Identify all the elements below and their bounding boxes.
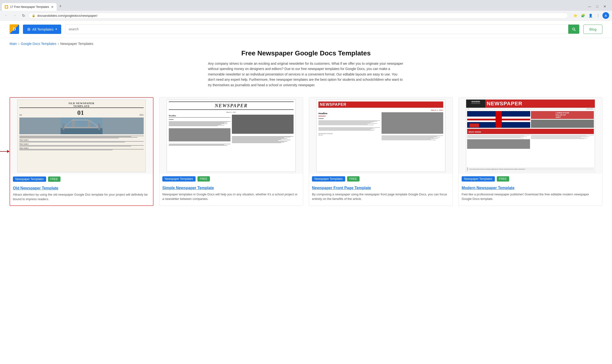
template-tags-simple: Newspaper Templates FREE — [160, 174, 303, 184]
search-bar — [65, 24, 580, 34]
template-card-wrapper-old: OLD NEWSPAPERTEMPLATE Jul 01 2021 — [10, 97, 153, 206]
address-bar: ← → ↻ 🔒 docsandslides.com/googledocs/new… — [0, 11, 612, 20]
bookmark-button[interactable]: ⭐ — [572, 12, 579, 19]
reload-button[interactable]: ↻ — [20, 12, 27, 19]
blog-button[interactable]: Blog — [583, 25, 602, 34]
prev-m-images: LOREM IPSUMDOLOR SITAMET — [466, 110, 595, 129]
prev-m-content-col-2 — [531, 135, 594, 167]
new-tab-button[interactable]: + — [57, 2, 64, 11]
prev-s-headline: Headline — [169, 115, 231, 117]
category-tag-old[interactable]: Newspaper Templates — [13, 177, 46, 182]
prev-s-col-2 — [232, 115, 294, 170]
tab-title: 17 Free Newspaper Templates — [10, 5, 49, 9]
breadcrumb-current: Newspaper Templates — [60, 42, 93, 46]
user-menu-button[interactable]: 👤 — [587, 12, 594, 19]
prev-fp-title: NEWSPAPER — [320, 103, 442, 107]
category-tag-front-page[interactable]: Newspaper Templates — [312, 176, 345, 182]
chevron-down-icon: ▾ — [55, 27, 57, 31]
prev-fp-subtitle: Subtitle — [318, 118, 380, 119]
prev-m-quote: "Lorem ipsum dolor sit amet, consectetur… — [467, 168, 594, 171]
category-tag-modern[interactable]: Newspaper Templates — [462, 176, 495, 182]
template-title-front-page[interactable]: Newspaper Front Page Template — [312, 186, 450, 190]
prev-s-title: NEWSPAPER — [169, 103, 294, 108]
template-card-front-page[interactable]: NEWSPAPER March 1, 2021 Headline Subtitl… — [309, 97, 453, 206]
prev-day: 01 — [77, 109, 84, 116]
template-card-simple-newspaper[interactable]: NEWSPAPER March 1, 2021 Headline Subtitl… — [159, 97, 303, 206]
template-info-old: Old Newspaper Template Attract attention… — [10, 184, 153, 205]
prev-s-date: March 1, 2021 — [169, 111, 294, 113]
forward-button[interactable]: → — [12, 12, 18, 19]
svg-rect-7 — [72, 120, 75, 127]
prev-m-bus — [470, 123, 479, 127]
browser-chrome: 17 Free Newspaper Templates ✕ + — □ ✕ ← … — [0, 0, 612, 21]
free-tag-simple: FREE — [197, 176, 210, 182]
template-card-modern[interactable]: MODERN NEWSPAPER NEWSPAPER i 5 1 NÚI 202… — [459, 97, 602, 206]
template-title-modern[interactable]: Modern Newspaper Template — [462, 186, 599, 190]
prev-fp-col-2 — [381, 112, 443, 170]
prev-m-img-top-right: LOREM IPSUMDOLOR SITAMET — [531, 111, 594, 119]
prev-m-img-right: LOREM IPSUMDOLOR SITAMET — [531, 111, 594, 128]
template-card-old-newspaper[interactable]: OLD NEWSPAPERTEMPLATE Jul 01 2021 — [10, 97, 153, 206]
breadcrumb-sep-1: › — [18, 42, 19, 46]
all-templates-label: All Templates — [32, 27, 54, 31]
prev-month: Jul — [19, 114, 22, 116]
template-title-simple[interactable]: Simple Newspaper Template — [162, 186, 300, 190]
prev-m-newspaper-label: NEWSPAPER — [471, 103, 480, 104]
search-button[interactable] — [568, 25, 579, 34]
prev-fp-header: NEWSPAPER — [318, 102, 443, 108]
tab-bar: 17 Free Newspaper Templates ✕ + — □ ✕ — [0, 0, 612, 11]
prev-s-image-2 — [232, 115, 294, 134]
prev-m-col1-lines — [467, 135, 530, 138]
site-logo[interactable]: D — [10, 24, 19, 34]
prev-fp-col-1: Headline Subtitle — [318, 112, 380, 170]
prev-m-modern-label: MODERN — [471, 101, 480, 103]
category-tag-simple[interactable]: Newspaper Templates — [162, 176, 196, 182]
url-bar[interactable]: 🔒 docsandslides.com/googledocs/newspaper… — [29, 13, 568, 19]
grid-icon: ⊞ — [27, 27, 30, 32]
breadcrumb-google-docs[interactable]: Google Docs Templates — [21, 42, 56, 46]
svg-rect-4 — [63, 124, 64, 130]
extensions-button[interactable]: 🧩 — [580, 12, 586, 19]
maximize-button[interactable]: □ — [594, 3, 600, 10]
tab-close-button[interactable]: ✕ — [51, 5, 54, 9]
prev-fp-grid: Headline Subtitle — [318, 112, 443, 170]
template-preview-simple: NEWSPAPER March 1, 2021 Headline Subtitl… — [160, 97, 303, 174]
search-input[interactable] — [65, 25, 568, 33]
template-preview-old-newspaper: OLD NEWSPAPERTEMPLATE Jul 01 2021 — [10, 98, 153, 174]
prev-m-content — [466, 135, 595, 168]
template-info-front-page: Newspaper Front Page Template By composi… — [309, 184, 452, 205]
back-button[interactable]: ← — [3, 12, 10, 19]
free-tag-modern: FREE — [497, 176, 509, 182]
breadcrumb-main[interactable]: Main — [10, 42, 17, 46]
prev-m-date: 1 NÚI 2021 — [586, 108, 593, 110]
active-tab[interactable]: 17 Free Newspaper Templates ✕ — [2, 3, 57, 11]
prev-section-1: What's inside 1 — [19, 139, 144, 142]
page-title-section: Free Newspaper Google Docs Templates Any… — [0, 48, 612, 92]
prev-fp-headline: Headline — [318, 112, 380, 115]
prev-s-image-1 — [169, 128, 231, 141]
prev-m-content-col-1 — [467, 135, 530, 167]
template-title-old[interactable]: Old Newspaper Template — [13, 186, 150, 190]
close-window-button[interactable]: ✕ — [601, 3, 608, 10]
logo-icon: D — [10, 24, 19, 34]
breadcrumb: Main › Google Docs Templates › Newspaper… — [0, 38, 612, 48]
prev-fp-underline — [318, 116, 326, 116]
breadcrumb-sep-2: › — [58, 42, 59, 46]
prev-s-col-1: Headline Subtitle — [169, 115, 231, 170]
prev-section-2: What's inside 2 — [19, 143, 144, 146]
prev-m-flag-bg — [467, 111, 530, 128]
more-button[interactable]: ⋮ — [595, 12, 601, 19]
old-newspaper-preview-design: OLD NEWSPAPERTEMPLATE Jul 01 2021 — [17, 100, 146, 172]
prev-year: 2021 — [139, 114, 144, 116]
minimize-button[interactable]: — — [586, 3, 593, 10]
all-templates-button[interactable]: ⊞ All Templates ▾ — [23, 25, 61, 34]
prev-m-top: MODERN NEWSPAPER NEWSPAPER — [466, 100, 595, 108]
template-desc-modern: Feel like a professional newspaper publi… — [462, 192, 599, 201]
lock-icon: 🔒 — [32, 14, 35, 17]
svg-rect-8 — [88, 120, 90, 127]
prev-s-grid: Headline Subtitle — [169, 115, 294, 170]
prev-m-bottom-img — [467, 139, 530, 149]
tab-favicon — [5, 5, 8, 9]
profile-avatar[interactable]: A — [602, 12, 609, 19]
free-tag-front-page: FREE — [347, 176, 360, 182]
